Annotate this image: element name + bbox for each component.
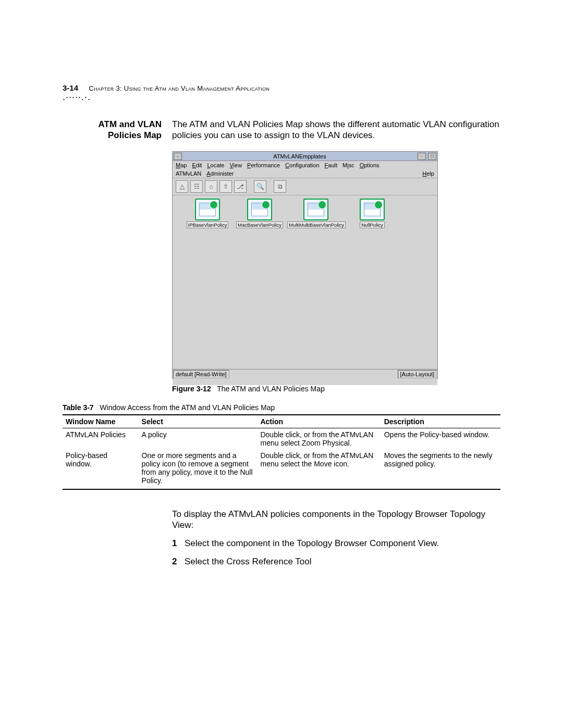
triangle-icon[interactable]: △ (176, 180, 188, 193)
policy-label: MacBaseVlanPolicy (236, 221, 283, 228)
section-title-line1: ATM and VLAN (98, 119, 162, 129)
cell-description: Opens the Policy-based window. (381, 428, 500, 450)
menu-locate[interactable]: Locate (207, 162, 224, 168)
policy-icon (247, 199, 272, 220)
menu-help[interactable]: Help (422, 170, 434, 177)
system-menu-button[interactable]: - (174, 153, 182, 160)
figure-caption: Figure 3-12 The ATM and VLAN Policies Ma… (172, 385, 325, 393)
cell-select: A policy (139, 428, 258, 450)
house-icon[interactable]: ⌂ (205, 180, 217, 193)
chapter-title: Chapter 3: Using the Atm and Vlan Manage… (89, 84, 270, 92)
section-title-line2: Policies Map (108, 130, 162, 140)
step-2: 2 Select the Cross Reference Tool (172, 556, 495, 567)
net-icon[interactable]: ☷ (190, 180, 203, 193)
menubar-row2: ATMvLAN Administer Help (173, 169, 437, 178)
menu-performance[interactable]: Performance (247, 162, 280, 168)
section-body: The ATM and VLAN Policies Map shows the … (172, 119, 500, 141)
toolbar: △ ☷ ⌂ ⇧ ⎇ 🔍 ⧉ (173, 178, 437, 195)
table-title: Table 3-7 Window Access from the ATM and… (63, 403, 275, 412)
figure-label: Figure 3-12 (172, 385, 211, 393)
policies-canvas[interactable]: IPBaseVlanPolicy MacBaseVlanPolicy Multi… (173, 195, 437, 385)
menu-atmvlan[interactable]: ATMvLAN (176, 170, 201, 177)
policy-ip-base-vlan[interactable]: IPBaseVlanPolicy (183, 199, 232, 228)
up-arrow-icon[interactable]: ⇧ (219, 180, 232, 193)
cell-window-name: Policy-based window. (63, 449, 139, 489)
page-header: 3-14 Chapter 3: Using the Atm and Vlan M… (63, 83, 270, 103)
table-row: ATMvLAN Policies A policy Double click, … (63, 428, 500, 450)
anchor-icon[interactable]: ⎇ (234, 180, 247, 193)
menu-options[interactable]: Options (360, 162, 380, 168)
menu-view[interactable]: View (229, 162, 242, 168)
stack-icon[interactable]: ⧉ (274, 180, 286, 193)
header-dots: .·····.·. (63, 92, 270, 103)
table-label: Table 3-7 (63, 403, 94, 412)
statusbar: default [Read-Write] [Auto-Layout] (173, 369, 437, 379)
th-window-name: Window Name (63, 415, 139, 428)
menu-misc[interactable]: Misc (342, 162, 354, 168)
cell-action: Double click, or from the ATMvLAN menu s… (257, 428, 381, 450)
policy-icon (303, 199, 328, 220)
minimize-button[interactable]: · (418, 153, 426, 160)
window-access-table: Window Name Select Action Description AT… (63, 414, 500, 490)
policy-icon (195, 199, 220, 220)
menu-administer[interactable]: Administer (206, 170, 234, 177)
cell-action: Double click, or from the ATMvLAN menu s… (257, 449, 381, 489)
step-number: 2 (172, 556, 180, 567)
maximize-button[interactable]: □ (428, 153, 436, 160)
th-action: Action (257, 415, 381, 428)
section-title: ATM and VLAN Policies Map (89, 119, 162, 141)
document-page: 3-14 Chapter 3: Using the Atm and Vlan M… (0, 0, 563, 728)
step-1: 1 Select the component in the Topology B… (172, 538, 495, 549)
policy-multi-multi-base-vlan[interactable]: MultiMultiBaseVlanPolicy (287, 199, 345, 228)
magnifier-icon[interactable]: 🔍 (254, 180, 266, 193)
menu-map[interactable]: Map (176, 162, 187, 168)
table-header-row: Window Name Select Action Description (63, 415, 500, 428)
policy-label: IPBaseVlanPolicy (187, 221, 229, 228)
menubar-row1: Map Edit Locate View Performance Configu… (173, 161, 437, 169)
table-title-text: Window Access from the ATM and VLAN Poli… (100, 403, 275, 412)
window-title: ATMvLANEmpplates (183, 153, 417, 159)
step-text: Select the Cross Reference Tool (185, 556, 311, 567)
bottom-text: To display the ATMvLAN policies componen… (172, 509, 495, 567)
atm-vlan-policies-window: - ATMvLANEmpplates · □ Map Edit Locate V… (172, 151, 438, 379)
menu-configuration[interactable]: Configuration (285, 162, 319, 168)
policy-mac-base-vlan[interactable]: MacBaseVlanPolicy (235, 199, 284, 228)
policy-null[interactable]: NullPolicy (348, 199, 397, 228)
step-number: 1 (172, 538, 180, 549)
instructions-intro: To display the ATMvLAN policies componen… (172, 509, 495, 530)
policy-label: MultiMultiBaseVlanPolicy (287, 221, 346, 228)
policy-label: NullPolicy (360, 221, 385, 228)
menu-edit[interactable]: Edit (192, 162, 202, 168)
th-description: Description (381, 415, 500, 428)
section-atm-vlan-policies-map: ATM and VLAN Policies Map The ATM and VL… (89, 119, 500, 141)
menu-fault[interactable]: Fault (325, 162, 337, 168)
table-row: Policy-based window. One or more segment… (63, 449, 500, 489)
cell-select: One or more segments and a policy icon (… (139, 449, 258, 489)
status-right: [Auto-Layout] (398, 370, 437, 378)
cell-window-name: ATMvLAN Policies (63, 428, 139, 450)
cell-description: Moves the segments to the newly assigned… (381, 449, 500, 489)
status-left: default [Read-Write] (173, 370, 229, 378)
th-select: Select (139, 415, 258, 428)
page-number: 3-14 (63, 83, 78, 92)
step-text: Select the component in the Topology Bro… (185, 538, 439, 549)
policy-icon (360, 199, 385, 220)
window-titlebar: - ATMvLANEmpplates · □ (173, 152, 437, 161)
figure-text: The ATM and VLAN Policies Map (217, 385, 325, 393)
